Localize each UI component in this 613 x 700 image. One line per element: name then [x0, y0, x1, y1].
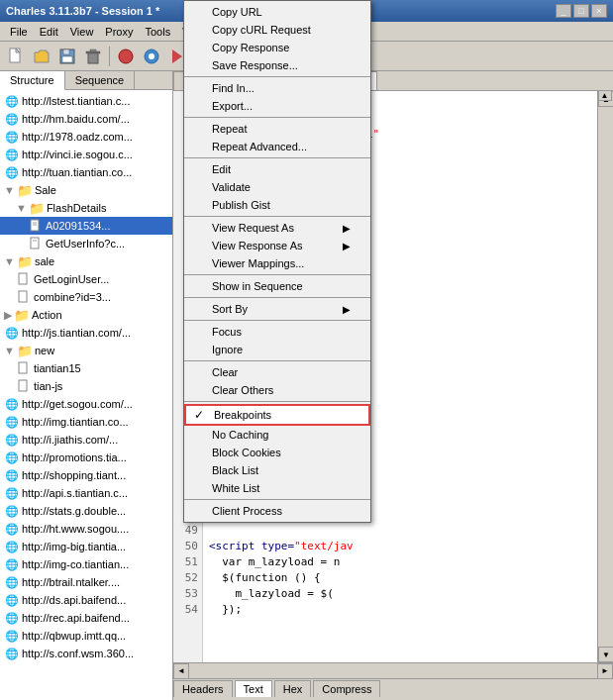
tab-structure[interactable]: Structure [0, 71, 65, 90]
tree-item-tiantian15[interactable]: tiantian15 [0, 359, 172, 377]
ctx-validate[interactable]: Validate [184, 178, 370, 196]
tab-sequence[interactable]: Sequence [65, 71, 136, 89]
ctx-find-in[interactable]: Find In... [184, 79, 370, 97]
save-button[interactable] [55, 46, 79, 67]
tree-item-s-conf[interactable]: 🌐 http://s.conf.wsm.360... [0, 645, 172, 662]
tab-headers[interactable]: Headers [173, 680, 233, 697]
ctx-view-response-as[interactable]: View Response As ▶ [184, 237, 370, 254]
scroll-right-btn[interactable]: ► [597, 663, 613, 679]
ctx-viewer-mappings[interactable]: Viewer Mappings... [184, 254, 370, 272]
svg-rect-19 [31, 220, 39, 231]
ctx-copy-curl[interactable]: Copy cURL Request [184, 21, 370, 39]
tree-area[interactable]: 🌐 http://lstest.tiantian.c... 🌐 http://h… [0, 90, 172, 700]
ctx-sort-by[interactable]: Sort By ▶ [184, 300, 370, 318]
tree-item-get-sogou[interactable]: 🌐 http://get.sogou.com/... [0, 395, 172, 413]
globe-icon: 🌐 [4, 610, 20, 626]
menu-proxy[interactable]: Proxy [99, 24, 139, 40]
tree-item-tian-js[interactable]: tian-js [0, 377, 172, 395]
ctx-focus[interactable]: Focus [184, 323, 370, 341]
tree-item-getloginuser[interactable]: GetLoginUser... [0, 270, 172, 288]
globe-icon: 🌐 [4, 164, 20, 180]
scroll-down-btn[interactable]: ▼ [598, 647, 613, 662]
ctx-sep-2 [184, 117, 370, 118]
file-icon [16, 271, 32, 287]
tree-item-tuan[interactable]: 🌐 http://tuan.tiantian.co... [0, 163, 172, 181]
tree-item-qbwup[interactable]: 🌐 http://qbwup.imtt.qq... [0, 627, 172, 645]
tree-item-action[interactable]: ▶ 📁 Action [0, 306, 172, 324]
ctx-export[interactable]: Export... [184, 97, 370, 115]
delete-button[interactable] [81, 46, 105, 67]
ctx-clear-others[interactable]: Clear Others [184, 381, 370, 399]
toolbar-sep-1 [109, 47, 110, 66]
minimize-button[interactable]: _ [556, 4, 571, 18]
tree-item-stats[interactable]: 🌐 http://stats.g.double... [0, 502, 172, 520]
ctx-repeat-advanced[interactable]: Repeat Advanced... [184, 138, 370, 155]
folder-icon: 📁 [14, 307, 30, 323]
ctx-publish-gist[interactable]: Publish Gist [184, 196, 370, 214]
ctx-no-caching[interactable]: No Caching [184, 426, 370, 444]
tree-item-ht-www[interactable]: 🌐 http://ht.www.sogou.... [0, 520, 172, 538]
left-tab-bar: Structure Sequence [0, 71, 172, 90]
scroll-up-button[interactable]: ▲ [598, 90, 612, 101]
ctx-client-process[interactable]: Client Process [184, 502, 370, 520]
tree-item-api-s[interactable]: 🌐 http://api.s.tiantian.c... [0, 484, 172, 502]
open-button[interactable] [30, 46, 53, 67]
ctx-breakpoints[interactable]: ✓ Breakpoints [184, 404, 370, 426]
tree-item-sale[interactable]: ▼ 📁 Sale [0, 181, 172, 199]
new-button[interactable] [4, 46, 28, 67]
svg-rect-24 [19, 273, 27, 284]
ctx-block-cookies[interactable]: Block Cookies [184, 444, 370, 461]
ctx-copy-url[interactable]: Copy URL [184, 3, 370, 21]
record2-button[interactable] [140, 46, 163, 67]
svg-point-8 [119, 50, 133, 63]
tab-compress[interactable]: Compress [313, 680, 380, 697]
bottom-tabs: Headers Text Hex Compress [173, 678, 613, 700]
record-button[interactable] [114, 46, 138, 67]
menu-file[interactable]: File [4, 24, 34, 40]
scroll-left-btn[interactable]: ◄ [173, 663, 189, 679]
tree-item-shopping[interactable]: 🌐 http://shopping.tiant... [0, 466, 172, 484]
tree-item-lstest[interactable]: 🌐 http://lstest.tiantian.c... [0, 92, 172, 110]
tree-item-getuserinfo[interactable]: GetUserInfo?c... [0, 235, 172, 252]
horizontal-scrollbar[interactable]: ◄ ► [173, 662, 613, 678]
vertical-scrollbar[interactable]: ▲ ▼ [597, 91, 613, 662]
menu-tools[interactable]: Tools [139, 24, 176, 40]
tree-item-combine[interactable]: combine?id=3... [0, 288, 172, 306]
tree-item-img-tiantian[interactable]: 🌐 http://img.tiantian.co... [0, 413, 172, 431]
tree-item-img-big[interactable]: 🌐 http://img-big.tiantia... [0, 538, 172, 555]
ctx-edit[interactable]: Edit [184, 160, 370, 178]
ctx-show-in-sequence[interactable]: Show in Sequence [184, 277, 370, 295]
menu-edit[interactable]: Edit [34, 24, 64, 40]
tree-item-a02091534[interactable]: A02091534... [0, 217, 172, 235]
tree-item-jiathis[interactable]: 🌐 http://i.jiathis.com/... [0, 431, 172, 449]
ctx-ignore[interactable]: Ignore [184, 341, 370, 358]
tree-item-1978[interactable]: 🌐 http://1978.oadz.com... [0, 128, 172, 146]
tree-item-sale-lower[interactable]: ▼ 📁 sale [0, 252, 172, 270]
ctx-save-response[interactable]: Save Response... [184, 56, 370, 74]
ctx-copy-response[interactable]: Copy Response [184, 39, 370, 56]
tree-item-img-co[interactable]: 🌐 http://img-co.tiantian... [0, 555, 172, 573]
tree-item-btrail[interactable]: 🌐 http://btrail.ntalker.... [0, 573, 172, 591]
tab-hex[interactable]: Hex [274, 680, 312, 697]
ctx-repeat[interactable]: Repeat [184, 120, 370, 138]
globe-icon: 🌐 [4, 325, 20, 341]
globe-icon: 🌐 [4, 646, 20, 661]
menu-view[interactable]: View [64, 24, 100, 40]
ctx-white-list[interactable]: White List [184, 479, 370, 497]
maximize-button[interactable]: □ [573, 4, 589, 18]
tab-text[interactable]: Text [235, 680, 272, 697]
tree-item-ds-api[interactable]: 🌐 http://ds.api.baifend... [0, 591, 172, 609]
tree-item-flashdetails[interactable]: ▼ 📁 FlashDetails [0, 199, 172, 217]
tree-item-rec-api[interactable]: 🌐 http://rec.api.baifend... [0, 609, 172, 627]
tree-item-promotions[interactable]: 🌐 http://promotions.tia... [0, 449, 172, 466]
close-button[interactable]: × [591, 4, 607, 18]
tree-item-js-tiantian[interactable]: 🌐 http://js.tiantian.com/... [0, 324, 172, 342]
ctx-view-request-as[interactable]: View Request As ▶ [184, 219, 370, 237]
tree-item-baidu[interactable]: 🌐 http://hm.baidu.com/... [0, 110, 172, 128]
tree-item-vinci[interactable]: 🌐 http://vinci.ie.sogou.c... [0, 146, 172, 163]
tree-item-new[interactable]: ▼ 📁 new [0, 342, 172, 359]
folder-icon: 📁 [17, 253, 33, 269]
ctx-black-list[interactable]: Black List [184, 461, 370, 479]
folder-icon: 📁 [29, 200, 45, 216]
ctx-clear[interactable]: Clear [184, 363, 370, 381]
